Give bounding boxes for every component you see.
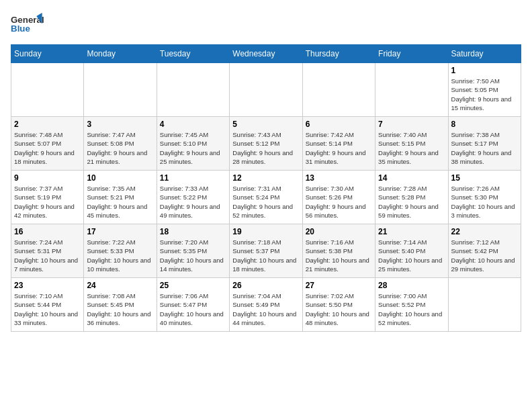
- day-of-week-header: Wednesday: [230, 45, 302, 63]
- calendar-day-cell: [157, 63, 229, 117]
- day-info: Sunrise: 7:16 AM Sunset: 5:38 PM Dayligh…: [306, 238, 372, 273]
- calendar-day-cell: 13Sunrise: 7:30 AM Sunset: 5:26 PM Dayli…: [302, 171, 375, 224]
- calendar-week-row: 2Sunrise: 7:48 AM Sunset: 5:07 PM Daylig…: [11, 117, 521, 171]
- day-info: Sunrise: 7:38 AM Sunset: 5:17 PM Dayligh…: [451, 130, 518, 166]
- day-number: 27: [306, 281, 372, 290]
- day-number: 18: [160, 227, 226, 236]
- calendar-day-cell: 27Sunrise: 7:02 AM Sunset: 5:50 PM Dayli…: [302, 278, 375, 332]
- day-info: Sunrise: 7:14 AM Sunset: 5:40 PM Dayligh…: [378, 238, 445, 273]
- day-number: 17: [87, 227, 153, 236]
- calendar-day-cell: 22Sunrise: 7:12 AM Sunset: 5:42 PM Dayli…: [448, 224, 521, 278]
- calendar-week-row: 1Sunrise: 7:50 AM Sunset: 5:05 PM Daylig…: [11, 63, 521, 117]
- day-number: 10: [87, 173, 153, 183]
- calendar-week-row: 9Sunrise: 7:37 AM Sunset: 5:19 PM Daylig…: [11, 171, 521, 224]
- day-number: 1: [451, 66, 518, 75]
- day-number: 25: [160, 281, 226, 290]
- day-number: 23: [14, 281, 81, 290]
- calendar-day-cell: 14Sunrise: 7:28 AM Sunset: 5:28 PM Dayli…: [375, 171, 448, 224]
- calendar-day-cell: 11Sunrise: 7:33 AM Sunset: 5:22 PM Dayli…: [157, 171, 229, 224]
- day-info: Sunrise: 7:35 AM Sunset: 5:21 PM Dayligh…: [87, 184, 153, 220]
- calendar-day-cell: [448, 278, 521, 332]
- day-number: 21: [378, 227, 445, 236]
- day-number: 6: [306, 120, 372, 129]
- day-info: Sunrise: 7:24 AM Sunset: 5:31 PM Dayligh…: [14, 238, 81, 273]
- day-number: 9: [14, 173, 81, 183]
- day-info: Sunrise: 7:48 AM Sunset: 5:07 PM Dayligh…: [14, 130, 81, 166]
- calendar-day-cell: 1Sunrise: 7:50 AM Sunset: 5:05 PM Daylig…: [448, 63, 521, 117]
- calendar-day-cell: 15Sunrise: 7:26 AM Sunset: 5:30 PM Dayli…: [448, 171, 521, 224]
- day-number: 7: [378, 120, 445, 129]
- day-info: Sunrise: 7:04 AM Sunset: 5:49 PM Dayligh…: [232, 291, 299, 327]
- day-info: Sunrise: 7:43 AM Sunset: 5:12 PM Dayligh…: [232, 130, 299, 166]
- day-number: 4: [160, 120, 226, 129]
- calendar-day-cell: 19Sunrise: 7:18 AM Sunset: 5:37 PM Dayli…: [230, 224, 302, 278]
- calendar-day-cell: 20Sunrise: 7:16 AM Sunset: 5:38 PM Dayli…: [302, 224, 375, 278]
- day-info: Sunrise: 7:37 AM Sunset: 5:19 PM Dayligh…: [14, 184, 81, 220]
- calendar-day-cell: [375, 63, 448, 117]
- calendar-day-cell: 2Sunrise: 7:48 AM Sunset: 5:07 PM Daylig…: [11, 117, 84, 171]
- day-info: Sunrise: 7:45 AM Sunset: 5:10 PM Dayligh…: [160, 130, 226, 166]
- calendar-day-cell: 12Sunrise: 7:31 AM Sunset: 5:24 PM Dayli…: [230, 171, 302, 224]
- day-info: Sunrise: 7:08 AM Sunset: 5:45 PM Dayligh…: [87, 291, 153, 327]
- calendar-day-cell: 23Sunrise: 7:10 AM Sunset: 5:44 PM Dayli…: [11, 278, 84, 332]
- calendar-day-cell: [302, 63, 375, 117]
- calendar-day-cell: 3Sunrise: 7:47 AM Sunset: 5:08 PM Daylig…: [84, 117, 157, 171]
- calendar: SundayMondayTuesdayWednesdayThursdayFrid…: [11, 44, 521, 332]
- day-info: Sunrise: 7:18 AM Sunset: 5:37 PM Dayligh…: [232, 238, 299, 273]
- day-of-week-header: Tuesday: [157, 45, 229, 63]
- calendar-day-cell: 10Sunrise: 7:35 AM Sunset: 5:21 PM Dayli…: [84, 171, 157, 224]
- day-number: 12: [232, 173, 299, 183]
- calendar-day-cell: 25Sunrise: 7:06 AM Sunset: 5:47 PM Dayli…: [157, 278, 229, 332]
- calendar-day-cell: 7Sunrise: 7:40 AM Sunset: 5:15 PM Daylig…: [375, 117, 448, 171]
- day-number: 24: [87, 281, 153, 290]
- header: General Blue: [11, 11, 521, 38]
- day-number: 5: [232, 120, 299, 129]
- calendar-day-cell: [84, 63, 157, 117]
- day-info: Sunrise: 7:20 AM Sunset: 5:35 PM Dayligh…: [160, 238, 226, 273]
- day-info: Sunrise: 7:02 AM Sunset: 5:50 PM Dayligh…: [306, 291, 372, 327]
- day-of-week-header: Saturday: [448, 45, 521, 63]
- calendar-day-cell: 21Sunrise: 7:14 AM Sunset: 5:40 PM Dayli…: [375, 224, 448, 278]
- calendar-day-cell: 4Sunrise: 7:45 AM Sunset: 5:10 PM Daylig…: [157, 117, 229, 171]
- calendar-day-cell: 5Sunrise: 7:43 AM Sunset: 5:12 PM Daylig…: [230, 117, 302, 171]
- day-of-week-header: Monday: [84, 45, 157, 63]
- day-info: Sunrise: 7:26 AM Sunset: 5:30 PM Dayligh…: [451, 184, 518, 220]
- logo-icon: General Blue: [11, 11, 44, 38]
- day-number: 20: [306, 227, 372, 236]
- calendar-week-row: 16Sunrise: 7:24 AM Sunset: 5:31 PM Dayli…: [11, 224, 521, 278]
- day-number: 11: [160, 173, 226, 183]
- day-number: 16: [14, 227, 81, 236]
- calendar-header-row: SundayMondayTuesdayWednesdayThursdayFrid…: [11, 45, 521, 63]
- day-info: Sunrise: 7:00 AM Sunset: 5:52 PM Dayligh…: [378, 291, 445, 327]
- calendar-day-cell: 24Sunrise: 7:08 AM Sunset: 5:45 PM Dayli…: [84, 278, 157, 332]
- calendar-day-cell: 28Sunrise: 7:00 AM Sunset: 5:52 PM Dayli…: [375, 278, 448, 332]
- svg-text:Blue: Blue: [11, 24, 30, 34]
- day-number: 15: [451, 173, 518, 183]
- calendar-day-cell: 6Sunrise: 7:42 AM Sunset: 5:14 PM Daylig…: [302, 117, 375, 171]
- day-info: Sunrise: 7:12 AM Sunset: 5:42 PM Dayligh…: [451, 238, 518, 273]
- day-number: 14: [378, 173, 445, 183]
- day-info: Sunrise: 7:33 AM Sunset: 5:22 PM Dayligh…: [160, 184, 226, 220]
- calendar-day-cell: 16Sunrise: 7:24 AM Sunset: 5:31 PM Dayli…: [11, 224, 84, 278]
- day-info: Sunrise: 7:47 AM Sunset: 5:08 PM Dayligh…: [87, 130, 153, 166]
- day-info: Sunrise: 7:10 AM Sunset: 5:44 PM Dayligh…: [14, 291, 81, 327]
- day-info: Sunrise: 7:30 AM Sunset: 5:26 PM Dayligh…: [306, 184, 372, 220]
- day-of-week-header: Friday: [375, 45, 448, 63]
- day-number: 26: [232, 281, 299, 290]
- day-of-week-header: Thursday: [302, 45, 375, 63]
- day-info: Sunrise: 7:42 AM Sunset: 5:14 PM Dayligh…: [306, 130, 372, 166]
- calendar-day-cell: 18Sunrise: 7:20 AM Sunset: 5:35 PM Dayli…: [157, 224, 229, 278]
- calendar-week-row: 23Sunrise: 7:10 AM Sunset: 5:44 PM Dayli…: [11, 278, 521, 332]
- calendar-day-cell: 8Sunrise: 7:38 AM Sunset: 5:17 PM Daylig…: [448, 117, 521, 171]
- day-number: 2: [14, 120, 81, 129]
- calendar-day-cell: [11, 63, 84, 117]
- calendar-day-cell: 17Sunrise: 7:22 AM Sunset: 5:33 PM Dayli…: [84, 224, 157, 278]
- calendar-day-cell: [230, 63, 302, 117]
- calendar-day-cell: 26Sunrise: 7:04 AM Sunset: 5:49 PM Dayli…: [230, 278, 302, 332]
- day-info: Sunrise: 7:31 AM Sunset: 5:24 PM Dayligh…: [232, 184, 299, 220]
- day-number: 13: [306, 173, 372, 183]
- logo: General Blue: [11, 11, 44, 38]
- day-info: Sunrise: 7:06 AM Sunset: 5:47 PM Dayligh…: [160, 291, 226, 327]
- day-number: 8: [451, 120, 518, 129]
- day-number: 19: [232, 227, 299, 236]
